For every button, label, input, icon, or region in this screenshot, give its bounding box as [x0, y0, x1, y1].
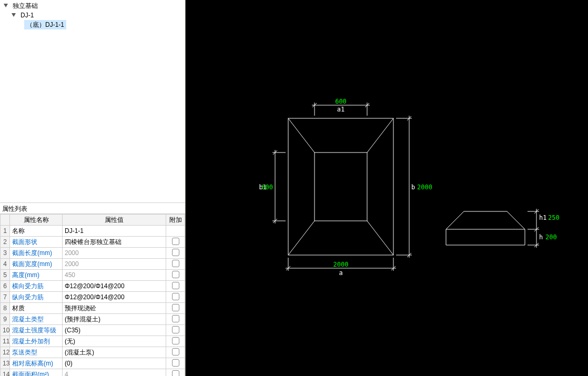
property-row[interactable]: 13相对底标高(m)(0) — [1, 358, 185, 369]
property-value[interactable]: (预拌混凝土) — [63, 314, 166, 325]
property-value[interactable]: (0) — [63, 358, 166, 369]
property-value[interactable]: DJ-1-1 — [63, 226, 166, 237]
property-extra[interactable] — [166, 281, 185, 292]
property-extra[interactable] — [166, 248, 185, 259]
property-extra[interactable] — [166, 336, 185, 347]
property-name: 截面形状 — [10, 237, 63, 248]
svg-line-6 — [288, 221, 315, 255]
checkbox-icon[interactable] — [172, 238, 179, 245]
property-row[interactable]: 8材质预拌现浇砼 — [1, 303, 185, 314]
left-panel: 独立基础 DJ-1 （底）DJ-1-1 属性列表 属性名称 属性值 附加 — [0, 0, 186, 376]
checkbox-icon[interactable] — [172, 304, 179, 311]
svg-line-5 — [367, 118, 393, 153]
property-extra[interactable] — [166, 358, 185, 369]
property-value[interactable]: 四棱锥台形独立基础 — [63, 237, 166, 248]
dim-a: 2000 a — [286, 258, 396, 277]
property-row[interactable]: 6横向受力筋Φ12@200/Φ14@200 — [1, 281, 185, 292]
property-extra[interactable] — [166, 259, 185, 270]
checkbox-icon[interactable] — [172, 260, 179, 267]
property-row[interactable]: 12泵送类型(混凝土泵) — [1, 347, 185, 358]
dim-b1: b1 600 — [259, 150, 286, 223]
cad-viewport[interactable]: 600 a1 2000 a b 2000 — [186, 0, 588, 376]
dim-a1-label: a1 — [337, 106, 344, 113]
property-extra[interactable] — [166, 325, 185, 336]
property-value[interactable]: 2000 — [63, 248, 166, 259]
property-row[interactable]: 5高度(mm)450 — [1, 270, 185, 281]
property-row[interactable]: 11混凝土外加剂(无) — [1, 336, 185, 347]
property-row[interactable]: 4截面宽度(mm)2000 — [1, 259, 185, 270]
property-extra[interactable] — [166, 347, 185, 358]
checkbox-icon[interactable] — [172, 348, 179, 355]
tree-collapse-icon[interactable] — [11, 13, 16, 18]
property-row[interactable]: 14截面面积(m²)4 — [1, 369, 185, 377]
tree-label-item: DJ-1 — [18, 11, 36, 20]
col-name-header: 属性名称 — [10, 215, 63, 226]
checkbox-icon[interactable] — [172, 271, 179, 278]
property-name: 横向受力筋 — [10, 281, 63, 292]
checkbox-icon[interactable] — [172, 359, 179, 367]
property-value[interactable]: 4 — [63, 369, 166, 377]
dim-h1-value: 250 — [548, 214, 560, 221]
property-name: 高度(mm) — [10, 270, 63, 281]
property-name: 纵向受力筋 — [10, 292, 63, 303]
svg-marker-1 — [12, 13, 16, 17]
property-name: 材质 — [10, 303, 63, 314]
property-extra[interactable] — [166, 314, 185, 325]
plan-view: 600 a1 2000 a b 2000 — [259, 98, 432, 277]
dim-h-label: h — [539, 233, 543, 241]
tree-node-root[interactable]: 独立基础 — [3, 1, 185, 11]
dim-b-label: b — [411, 184, 415, 191]
property-row[interactable]: 7纵向受力筋Φ12@200/Φ14@200 — [1, 292, 185, 303]
checkbox-icon[interactable] — [172, 249, 179, 256]
property-extra[interactable] — [166, 270, 185, 281]
property-value[interactable]: Φ12@200/Φ14@200 — [63, 281, 166, 292]
property-extra[interactable] — [166, 226, 185, 237]
property-name: 截面面积(m²) — [10, 369, 63, 377]
checkbox-icon[interactable] — [172, 315, 179, 322]
svg-line-4 — [288, 118, 315, 153]
property-row[interactable]: 1名称DJ-1-1 — [1, 226, 185, 237]
property-extra[interactable] — [166, 292, 185, 303]
col-index-header — [1, 215, 10, 226]
row-index: 4 — [1, 259, 10, 270]
property-value[interactable]: 2000 — [63, 259, 166, 270]
dim-h: h 200 — [528, 227, 557, 248]
property-value[interactable]: 预拌现浇砼 — [63, 303, 166, 314]
property-row[interactable]: 2截面形状四棱锥台形独立基础 — [1, 237, 185, 248]
checkbox-icon[interactable] — [172, 370, 179, 377]
tree-label-leaf-selected: （底）DJ-1-1 — [24, 20, 66, 29]
property-header-row: 属性名称 属性值 附加 — [1, 215, 185, 226]
row-index: 10 — [1, 325, 10, 336]
svg-marker-0 — [4, 4, 8, 7]
tree-node-item[interactable]: DJ-1 — [3, 11, 185, 20]
checkbox-icon[interactable] — [172, 326, 179, 333]
row-index: 8 — [1, 303, 10, 314]
property-value[interactable]: (混凝土泵) — [63, 347, 166, 358]
property-name: 混凝土类型 — [10, 314, 63, 325]
dim-a1: 600 a1 — [312, 98, 370, 116]
dim-h-value: 200 — [545, 233, 557, 241]
property-name: 混凝土强度等级 — [10, 325, 63, 336]
checkbox-icon[interactable] — [172, 282, 179, 289]
row-index: 13 — [1, 358, 10, 369]
row-index: 14 — [1, 369, 10, 377]
property-value[interactable]: (无) — [63, 336, 166, 347]
col-value-header: 属性值 — [63, 215, 166, 226]
dim-b1-value: 600 — [261, 184, 273, 191]
tree-collapse-icon[interactable] — [3, 3, 8, 8]
property-value[interactable]: (C35) — [63, 325, 166, 336]
property-row[interactable]: 9混凝土类型(预拌混凝土) — [1, 314, 185, 325]
property-row[interactable]: 10混凝土强度等级(C35) — [1, 325, 185, 336]
property-extra[interactable] — [166, 369, 185, 377]
property-value[interactable]: 450 — [63, 270, 166, 281]
row-index: 5 — [1, 270, 10, 281]
property-value[interactable]: Φ12@200/Φ14@200 — [63, 292, 166, 303]
checkbox-icon[interactable] — [172, 337, 179, 344]
row-index: 11 — [1, 336, 10, 347]
property-extra[interactable] — [166, 303, 185, 314]
tree-node-leaf[interactable]: （底）DJ-1-1 — [3, 20, 185, 29]
property-row[interactable]: 3截面长度(mm)2000 — [1, 248, 185, 259]
checkbox-icon[interactable] — [172, 293, 179, 300]
svg-rect-3 — [315, 153, 367, 221]
property-extra[interactable] — [166, 237, 185, 248]
